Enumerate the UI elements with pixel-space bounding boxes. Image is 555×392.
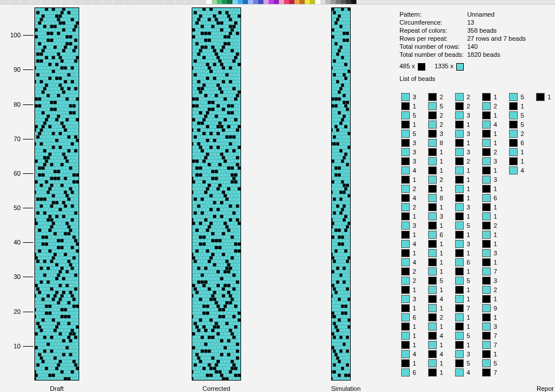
bead-list-item: 4: [399, 239, 417, 249]
tool-button[interactable]: [93, 0, 102, 4]
bead-list-item: 3: [399, 148, 417, 157]
corrected-view: [192, 7, 241, 381]
tool-button[interactable]: [186, 0, 195, 4]
tool-button[interactable]: [10, 0, 20, 4]
bead-swatch: [482, 203, 491, 211]
tool-button[interactable]: [124, 0, 133, 4]
tool-button[interactable]: [83, 0, 92, 4]
toolbar: [0, 0, 555, 5]
palette-swatch[interactable]: [207, 0, 212, 4]
palette-swatch[interactable]: [269, 0, 274, 4]
palette-swatch[interactable]: [351, 0, 356, 4]
bead-count: 1: [413, 332, 417, 339]
tool-button[interactable]: [196, 0, 205, 4]
bead-list-item: 2: [426, 111, 444, 120]
bead-list-item: 8: [426, 193, 444, 203]
bead-swatch: [401, 203, 410, 211]
bead-swatch: [428, 286, 437, 294]
bead-count: 3: [467, 240, 471, 247]
palette-swatch[interactable]: [346, 0, 351, 4]
bead-list-item: 1: [480, 184, 498, 193]
tool-button[interactable]: [62, 0, 71, 4]
bead-list-item: 1: [453, 120, 471, 129]
bead-swatch: [482, 93, 491, 101]
bead-count: 1: [413, 286, 417, 293]
bead-list-item: 2: [453, 102, 471, 111]
bead-swatch: [455, 93, 464, 101]
bead-list-item: 3: [453, 350, 471, 359]
palette-swatch[interactable]: [243, 0, 248, 4]
bead-count: 3: [413, 94, 417, 100]
bead-swatch: [428, 130, 437, 138]
bead-count: 5: [467, 360, 471, 367]
palette-swatch[interactable]: [336, 0, 341, 4]
bead-list-item: 2: [426, 313, 444, 322]
palette-swatch[interactable]: [315, 0, 320, 4]
palette-swatch[interactable]: [320, 0, 325, 4]
palette-swatch[interactable]: [341, 0, 346, 4]
palette-swatch[interactable]: [274, 0, 279, 4]
bead-count: 4: [440, 332, 444, 339]
bead-swatch: [509, 139, 518, 147]
palette-swatch[interactable]: [222, 0, 227, 4]
row-ruler: 102030405060708090100: [0, 7, 33, 381]
palette-swatch[interactable]: [253, 0, 258, 4]
bead-count: 1: [440, 369, 444, 376]
repeat-colors-value: 358 beads: [467, 27, 529, 35]
tool-button[interactable]: [114, 0, 123, 4]
tool-button[interactable]: [31, 0, 40, 4]
bead-list-item: 1: [399, 120, 417, 129]
tool-button[interactable]: [52, 0, 61, 4]
bead-swatch: [455, 249, 464, 257]
tool-button[interactable]: [145, 0, 154, 4]
palette-swatch[interactable]: [325, 0, 331, 4]
bead-swatch: [536, 93, 545, 101]
tool-button[interactable]: [165, 0, 174, 4]
tool-button[interactable]: [155, 0, 164, 4]
bead-count: 1: [494, 204, 498, 211]
bead-swatch: [482, 102, 491, 110]
tool-button[interactable]: [134, 0, 143, 4]
bead-count: 1: [467, 296, 471, 302]
bead-count: 1: [413, 305, 417, 312]
rows-per-repeat-value: 27 rows and 7 beads: [467, 35, 529, 43]
bead-count: 2: [440, 121, 444, 128]
bead-list-item: 1: [453, 313, 471, 322]
tool-button[interactable]: [103, 0, 112, 4]
palette-swatch[interactable]: [310, 0, 315, 4]
bead-list-item: 5: [426, 276, 444, 285]
tool-button[interactable]: [41, 0, 51, 4]
bead-list-item: 7: [453, 304, 471, 313]
palette-swatch[interactable]: [238, 0, 243, 4]
palette-swatch[interactable]: [227, 0, 232, 4]
bead-swatch: [482, 341, 491, 349]
palette-swatch[interactable]: [217, 0, 222, 4]
palette-swatch[interactable]: [279, 0, 284, 4]
bead-swatch: [401, 185, 410, 193]
bead-list-column: 1: [534, 92, 552, 377]
tool-button[interactable]: [72, 0, 81, 4]
bead-list-column: 2231313211113151316151171151354: [453, 92, 471, 377]
bead-count: 1: [413, 360, 417, 367]
palette-swatch[interactable]: [305, 0, 310, 4]
total-rows-value: 140: [467, 43, 529, 51]
palette-swatch[interactable]: [300, 0, 305, 4]
ruler-tick-label: 100: [10, 32, 21, 38]
bead-list-item: 1: [426, 184, 444, 193]
palette-swatch[interactable]: [212, 0, 217, 4]
palette-swatch[interactable]: [258, 0, 263, 4]
palette-swatch[interactable]: [248, 0, 253, 4]
palette-swatch[interactable]: [331, 0, 336, 4]
bead-list-item: 1: [399, 175, 417, 184]
tool-button[interactable]: [21, 0, 30, 4]
tool-button[interactable]: [176, 0, 185, 4]
palette-swatch[interactable]: [294, 0, 300, 4]
palette-swatch[interactable]: [289, 0, 294, 4]
tool-button[interactable]: [0, 0, 9, 4]
palette-swatch[interactable]: [232, 0, 238, 4]
bead-count: 2: [413, 204, 417, 211]
palette-swatch[interactable]: [263, 0, 269, 4]
bead-list-item: 2: [480, 102, 498, 111]
palette-swatch[interactable]: [284, 0, 289, 4]
color-palette[interactable]: [207, 0, 356, 4]
